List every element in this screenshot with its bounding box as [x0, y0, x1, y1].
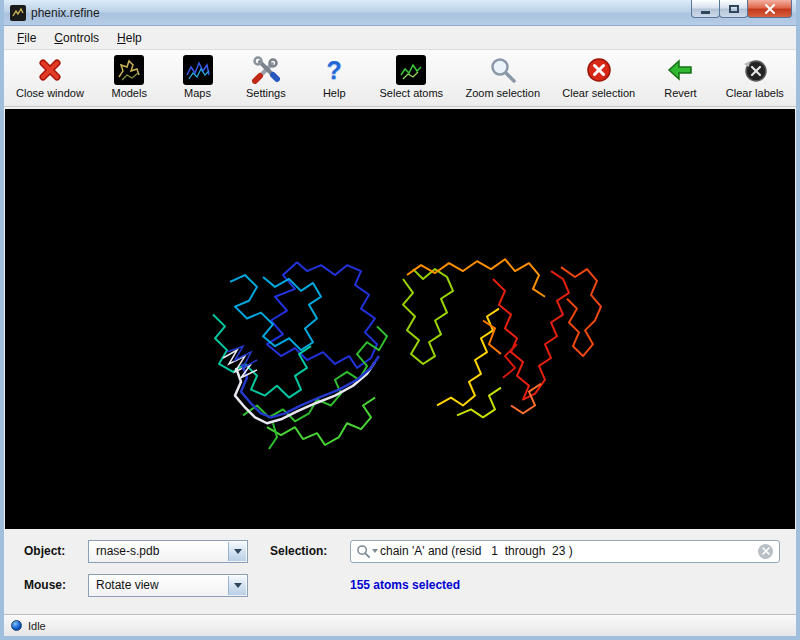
window-title: phenix.refine — [31, 6, 100, 20]
mouse-mode-dropdown-value: Rotate view — [96, 578, 159, 592]
tool-label: Maps — [184, 87, 211, 99]
help-button[interactable]: ? Help — [311, 54, 357, 99]
settings-button[interactable]: Settings — [243, 54, 289, 99]
tool-label: Clear labels — [726, 87, 784, 99]
clear-selection-icon — [585, 56, 613, 84]
selection-input-value[interactable]: chain 'A' and (resid 1 through 23 ) — [380, 544, 758, 558]
models-button[interactable]: Models — [106, 54, 152, 99]
title-bar[interactable]: phenix.refine — [4, 0, 796, 26]
clear-search-icon — [762, 547, 770, 555]
object-dropdown-button[interactable] — [228, 542, 246, 561]
menu-bar: File Controls Help — [4, 26, 796, 50]
settings-icon — [252, 56, 280, 84]
app-icon — [10, 5, 26, 21]
clear-search-button[interactable] — [758, 544, 773, 559]
close-window-button[interactable]: Close window — [16, 54, 84, 99]
clear-labels-icon — [741, 56, 769, 84]
control-panel: Object: rnase-s.pdb Selection: chain 'A'… — [4, 529, 796, 614]
status-text: Idle — [28, 620, 46, 632]
mouse-mode-dropdown-button[interactable] — [228, 576, 246, 595]
close-window-icon — [36, 56, 64, 84]
object-dropdown[interactable]: rnase-s.pdb — [88, 540, 248, 563]
tool-label: Close window — [16, 87, 84, 99]
maximize-button[interactable] — [719, 0, 748, 18]
maximize-icon — [729, 5, 739, 13]
help-icon: ? — [327, 55, 342, 85]
mouse-mode-dropdown[interactable]: Rotate view — [88, 574, 248, 597]
models-icon — [114, 55, 144, 85]
menu-controls[interactable]: Controls — [45, 28, 108, 48]
selection-input[interactable]: chain 'A' and (resid 1 through 23 ) — [350, 540, 780, 563]
tool-label: Clear selection — [562, 87, 635, 99]
minimize-button[interactable] — [691, 0, 720, 18]
object-selection-row: Object: rnase-s.pdb Selection: chain 'A'… — [4, 539, 796, 563]
app-window: phenix.refine File Controls Help — [0, 0, 800, 640]
maps-icon — [183, 55, 213, 85]
status-indicator-icon — [11, 620, 22, 631]
clear-labels-button[interactable]: Clear labels — [726, 54, 784, 99]
select-atoms-icon — [396, 55, 426, 85]
molecule-render — [5, 109, 795, 529]
tool-label: Revert — [664, 87, 696, 99]
selection-label: Selection: — [270, 544, 350, 558]
revert-button[interactable]: Revert — [657, 54, 703, 99]
maps-button[interactable]: Maps — [175, 54, 221, 99]
close-button[interactable] — [747, 0, 792, 18]
select-atoms-button[interactable]: Select atoms — [380, 54, 444, 99]
atoms-selected-status: 155 atoms selected — [350, 578, 460, 592]
search-options-caret-icon — [372, 549, 378, 553]
minimize-icon — [701, 11, 710, 14]
object-dropdown-value: rnase-s.pdb — [96, 544, 159, 558]
menu-file[interactable]: File — [8, 28, 45, 48]
window-controls — [692, 0, 792, 18]
menu-help[interactable]: Help — [108, 28, 151, 48]
close-icon — [764, 3, 776, 15]
molecule-viewport[interactable] — [5, 109, 795, 529]
status-bar: Idle — [4, 614, 796, 636]
toolbar: Close window Models Maps — [4, 50, 796, 107]
zoom-selection-icon — [489, 56, 517, 84]
mouse-label: Mouse: — [24, 578, 88, 592]
tool-label: Select atoms — [380, 87, 444, 99]
mouse-mode-row: Mouse: Rotate view 155 atoms selected — [4, 573, 796, 597]
clear-selection-button[interactable]: Clear selection — [562, 54, 635, 99]
search-icon-wrap[interactable] — [351, 544, 380, 559]
tool-label: Settings — [246, 87, 286, 99]
chevron-down-icon — [234, 583, 242, 588]
revert-icon — [666, 56, 694, 84]
search-icon — [356, 544, 371, 559]
zoom-selection-button[interactable]: Zoom selection — [465, 54, 540, 99]
tool-label: Zoom selection — [465, 87, 540, 99]
object-label: Object: — [24, 544, 88, 558]
chevron-down-icon — [234, 549, 242, 554]
tool-label: Help — [323, 87, 346, 99]
tool-label: Models — [111, 87, 146, 99]
